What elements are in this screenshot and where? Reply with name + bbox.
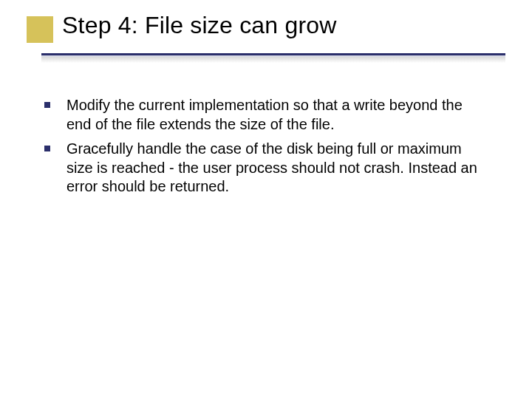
square-bullet-icon [44,146,50,151]
list-item: Gracefully handle the case of the disk b… [44,140,488,197]
slide-header: Step 4: File size can grow [0,0,532,71]
accent-square-icon [27,16,53,43]
slide-body: Modify the current implementation so tha… [44,96,488,202]
bullet-text: Gracefully handle the case of the disk b… [66,140,488,197]
divider-shadow-icon [41,57,505,63]
list-item: Modify the current implementation so tha… [44,96,488,134]
bullet-text: Modify the current implementation so tha… [66,96,488,134]
square-bullet-icon [44,102,50,108]
slide-title: Step 4: File size can grow [62,12,337,39]
slide: Step 4: File size can grow Modify the cu… [0,0,532,399]
